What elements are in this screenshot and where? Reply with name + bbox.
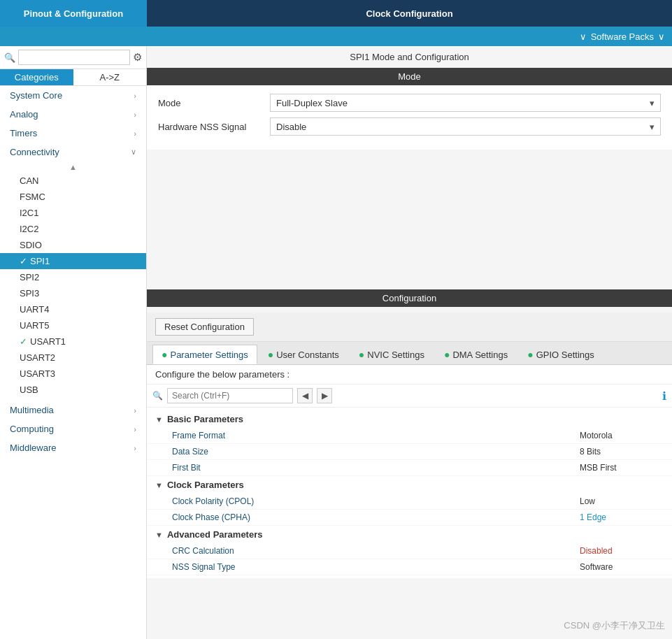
basic-params-group[interactable]: ▼ Basic Parameters	[147, 410, 672, 428]
nss-value: Disable	[276, 122, 306, 132]
chevron-right-icon: ›	[134, 92, 136, 100]
info-icon: ℹ	[662, 389, 666, 403]
chevron-down-icon: ▾	[650, 122, 655, 132]
prev-nav-button[interactable]: ◀	[297, 388, 313, 403]
param-row-crc: CRC Calculation Disabled	[147, 543, 672, 559]
sidebar-subitem-spi1[interactable]: ✓ SPI1	[0, 253, 146, 269]
sidebar-item-connectivity[interactable]: Connectivity ∨	[0, 143, 146, 161]
dot-icon: ●	[444, 349, 450, 360]
nss-row: Hardware NSS Signal Disable ▾	[158, 117, 661, 136]
dot-icon: ●	[359, 349, 364, 360]
software-packs-bar[interactable]: ∨ Software Packs ∨	[0, 27, 672, 46]
chevron-down-icon2: ∨	[658, 31, 665, 42]
tab-nvic-settings[interactable]: ● NVIC Settings	[350, 345, 434, 364]
sidebar-subitem-uart4[interactable]: UART4	[0, 301, 146, 317]
mode-row: Mode Full-Duplex Slave ▾	[158, 94, 661, 112]
content-area: SPI1 Mode and Configuration Mode Mode Fu…	[147, 46, 672, 639]
clock-params-group[interactable]: ▼ Clock Parameters	[147, 476, 672, 494]
pinout-header: Pinout & Configuration	[0, 0, 147, 27]
sidebar-subitem-usart3[interactable]: USART3	[0, 366, 146, 382]
sidebar-item-system-core[interactable]: System Core ›	[0, 86, 146, 105]
advanced-params-group[interactable]: ▼ Advanced Parameters	[147, 526, 672, 543]
sidebar-search-row: 🔍 ⚙	[0, 46, 146, 69]
reset-btn-area: Reset Configuration	[147, 313, 672, 342]
dot-icon: ●	[527, 349, 533, 360]
configure-text: Configure the below parameters :	[147, 365, 672, 385]
tab-az[interactable]: A->Z	[73, 69, 147, 85]
sidebar-subitem-sdio[interactable]: SDIO	[0, 237, 146, 253]
chevron-down-icon: ▾	[650, 98, 655, 108]
chevron-right-icon: ›	[134, 129, 136, 138]
chevron-down-icon: ▼	[155, 481, 163, 489]
sidebar-item-computing[interactable]: Computing ›	[0, 419, 146, 438]
params-content: ▼ Basic Parameters Frame Format Motorola…	[147, 408, 672, 578]
tab-categories[interactable]: Categories	[0, 69, 73, 85]
mode-section: Mode Full-Duplex Slave ▾ Hardware NSS Si…	[147, 85, 672, 150]
tab-parameter-settings[interactable]: ● Parameter Settings	[152, 345, 257, 364]
gear-icon[interactable]: ⚙	[133, 51, 142, 64]
param-tabs: ● Parameter Settings ● User Constants ● …	[147, 342, 672, 365]
sidebar-subitem-uart5[interactable]: UART5	[0, 317, 146, 333]
sidebar-subitem-fsmc[interactable]: FSMC	[0, 189, 146, 205]
param-row-cpha: Clock Phase (CPHA) 1 Edge	[147, 510, 672, 526]
scroll-up-arrow[interactable]: ▲	[0, 161, 146, 173]
next-nav-button[interactable]: ▶	[317, 388, 332, 403]
sidebar-subitem-i2c2[interactable]: I2C2	[0, 221, 146, 237]
clock-header: Clock Configuration	[147, 0, 672, 27]
chevron-down-icon: ▼	[155, 531, 163, 539]
sidebar: 🔍 ⚙ Categories A->Z System Core › Analog…	[0, 46, 147, 639]
param-row-first-bit: First Bit MSB First	[147, 460, 672, 476]
tab-dma-settings[interactable]: ● DMA Settings	[435, 345, 517, 364]
sidebar-subitem-usart1[interactable]: ✓ USART1	[0, 333, 146, 350]
reset-config-button[interactable]: Reset Configuration	[155, 318, 254, 336]
mode-value: Full-Duplex Slave	[276, 98, 348, 108]
chevron-right-icon: ›	[134, 110, 136, 119]
mode-select[interactable]: Full-Duplex Slave ▾	[270, 94, 661, 112]
sidebar-subitem-usart2[interactable]: USART2	[0, 350, 146, 366]
chevron-right-icon: ›	[134, 406, 136, 415]
tab-gpio-settings[interactable]: ● GPIO Settings	[518, 345, 603, 364]
mode-section-header: Mode	[147, 68, 672, 85]
spi-title: SPI1 Mode and Configuration	[147, 46, 672, 68]
sidebar-subitem-can[interactable]: CAN	[0, 173, 146, 189]
param-search-input[interactable]	[167, 388, 293, 403]
check-icon: ✓	[20, 256, 27, 266]
empty-space	[147, 150, 672, 289]
sidebar-item-timers[interactable]: Timers ›	[0, 124, 146, 143]
param-search-row: 🔍 ◀ ▶ ℹ	[147, 385, 672, 408]
check-icon: ✓	[20, 336, 27, 347]
nss-label: Hardware NSS Signal	[158, 122, 270, 132]
sidebar-subitem-usb[interactable]: USB	[0, 382, 146, 398]
sidebar-subitem-i2c1[interactable]: I2C1	[0, 205, 146, 221]
sidebar-subitem-spi3[interactable]: SPI3	[0, 285, 146, 301]
tab-user-constants[interactable]: ● User Constants	[259, 345, 348, 364]
software-packs-label: Software Packs	[591, 31, 654, 42]
search-icon: 🔍	[152, 391, 163, 401]
param-row-data-size: Data Size 8 Bits	[147, 444, 672, 460]
dot-icon: ●	[162, 349, 167, 360]
param-row-frame-format: Frame Format Motorola	[147, 428, 672, 444]
config-section-header: Configuration	[147, 289, 672, 307]
sidebar-item-analog[interactable]: Analog ›	[0, 105, 146, 124]
chevron-right-icon: ›	[134, 425, 136, 433]
nss-select[interactable]: Disable ▾	[270, 117, 661, 136]
param-row-cpol: Clock Polarity (CPOL) Low	[147, 494, 672, 510]
config-section: Reset Configuration ● Parameter Settings…	[147, 313, 672, 578]
watermark: CSDN @小李干净又卫生	[564, 619, 665, 632]
mode-label: Mode	[158, 98, 270, 108]
dot-icon: ●	[268, 349, 273, 360]
chevron-right-icon: ›	[134, 444, 136, 452]
sidebar-subitem-spi2[interactable]: SPI2	[0, 269, 146, 285]
param-row-nss-type: NSS Signal Type Software	[147, 559, 672, 575]
search-icon: 🔍	[4, 52, 15, 63]
chevron-down-icon: ∨	[580, 31, 587, 42]
sidebar-item-middleware[interactable]: Middleware ›	[0, 438, 146, 457]
chevron-down-icon: ▼	[155, 415, 163, 424]
sidebar-search-input[interactable]	[18, 50, 130, 65]
chevron-down-icon: ∨	[131, 148, 136, 157]
sidebar-tabs: Categories A->Z	[0, 69, 146, 86]
sidebar-item-multimedia[interactable]: Multimedia ›	[0, 401, 146, 419]
